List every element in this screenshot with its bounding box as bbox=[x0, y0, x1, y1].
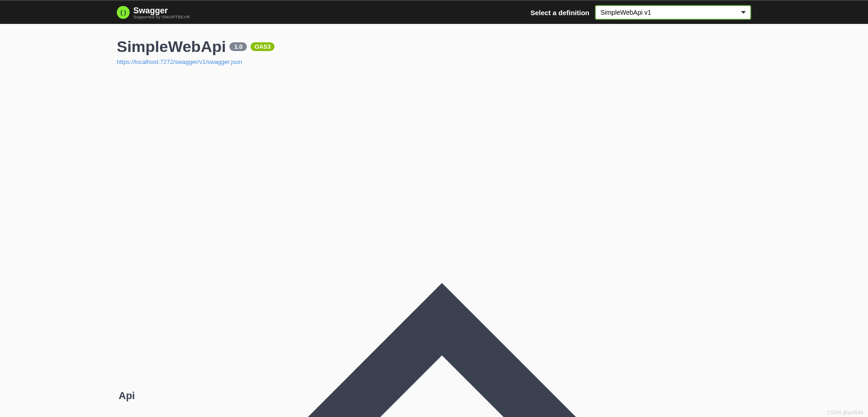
api-title: SimpleWebApi bbox=[117, 38, 226, 56]
definition-selector: Select a definition SimpleWebApi v1 bbox=[531, 5, 751, 20]
definition-label: Select a definition bbox=[531, 9, 589, 17]
tag-name: Api bbox=[119, 390, 135, 402]
definition-select-wrap: SimpleWebApi v1 bbox=[595, 5, 751, 20]
swagger-logo-icon: { } bbox=[117, 6, 130, 19]
brand-subtext: Supported by SMARTBEAR bbox=[133, 15, 190, 19]
spec-url-link[interactable]: https://localhost:7272/swagger/v1/swagge… bbox=[117, 58, 242, 65]
version-badge: 1.0 bbox=[229, 42, 247, 51]
logo-text-wrap: Swagger Supported by SMARTBEAR bbox=[133, 6, 190, 19]
tag-section-api: Api GET /api/Api/GetCommodity GET /api/A… bbox=[117, 84, 751, 417]
topbar-inner: { } Swagger Supported by SMARTBEAR Selec… bbox=[98, 5, 770, 20]
brand-name: Swagger bbox=[133, 6, 190, 16]
main-container: SimpleWebApi 1.0 OAS3 https://localhost:… bbox=[98, 24, 770, 417]
definition-select[interactable]: SimpleWebApi v1 bbox=[595, 5, 751, 20]
watermark: CSDN @wzl644 bbox=[827, 410, 863, 415]
topbar: { } Swagger Supported by SMARTBEAR Selec… bbox=[0, 0, 868, 24]
chevron-up-icon bbox=[135, 89, 749, 417]
logo[interactable]: { } Swagger Supported by SMARTBEAR bbox=[117, 6, 190, 19]
title-row: SimpleWebApi 1.0 OAS3 bbox=[117, 38, 751, 56]
tag-header-api[interactable]: Api bbox=[117, 84, 751, 417]
oas-badge: OAS3 bbox=[251, 42, 274, 51]
